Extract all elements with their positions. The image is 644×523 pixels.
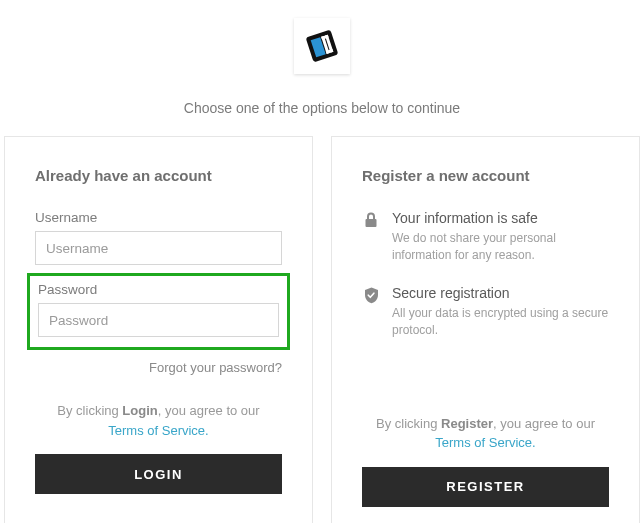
login-panel: Already have an account Username Passwor… (4, 136, 313, 523)
login-heading: Already have an account (35, 167, 282, 184)
password-highlight: Password (27, 273, 290, 350)
register-heading: Register a new account (362, 167, 609, 184)
register-tos-link[interactable]: Terms of Service. (435, 435, 535, 450)
login-button[interactable]: LOGIN (35, 454, 282, 494)
login-tos-link[interactable]: Terms of Service. (108, 423, 208, 438)
register-button[interactable]: REGISTER (362, 467, 609, 507)
lock-icon (362, 210, 380, 265)
forgot-password-link[interactable]: Forgot your password? (35, 360, 282, 375)
info-secure-body: All your data is encrypted using a secur… (392, 305, 609, 340)
login-agree-pre: By clicking (57, 403, 122, 418)
register-agree-text: By clicking Register, you agree to our T… (362, 414, 609, 453)
password-group: Password (38, 282, 279, 337)
spacer (362, 360, 609, 414)
login-agree-post: , you agree to our (158, 403, 260, 418)
register-agree-post: , you agree to our (493, 416, 595, 431)
logo-icon (303, 27, 341, 65)
login-agree-text: By clicking Login, you agree to our Term… (35, 401, 282, 440)
username-input[interactable] (35, 231, 282, 265)
password-label: Password (38, 282, 279, 297)
register-agree-pre: By clicking (376, 416, 441, 431)
svg-rect-6 (366, 219, 377, 227)
info-secure-title: Secure registration (392, 285, 609, 301)
login-agree-strong: Login (122, 403, 157, 418)
register-panel: Register a new account Your information … (331, 136, 640, 523)
panels-row: Already have an account Username Passwor… (0, 136, 644, 523)
info-secure-text: Secure registration All your data is enc… (392, 285, 609, 340)
logo (294, 18, 350, 74)
info-safe-body: We do not share your personal informatio… (392, 230, 609, 265)
info-secure: Secure registration All your data is enc… (362, 285, 609, 340)
info-safe-title: Your information is safe (392, 210, 609, 226)
info-safe: Your information is safe We do not share… (362, 210, 609, 265)
username-group: Username (35, 210, 282, 265)
logo-container (0, 0, 644, 74)
username-label: Username (35, 210, 282, 225)
password-input[interactable] (38, 303, 279, 337)
register-agree-strong: Register (441, 416, 493, 431)
tagline: Choose one of the options below to conti… (0, 100, 644, 116)
shield-check-icon (362, 285, 380, 340)
info-safe-text: Your information is safe We do not share… (392, 210, 609, 265)
